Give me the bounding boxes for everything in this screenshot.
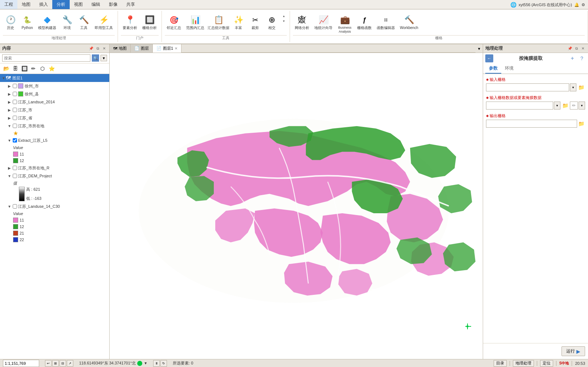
ribbon-btn-feature-analysis[interactable]: 📍 要素分析 <box>121 13 139 31</box>
search-options-btn[interactable]: ▼ <box>101 55 107 61</box>
layer-select-btn[interactable]: ⬡ <box>38 65 46 73</box>
search-input[interactable] <box>2 54 90 62</box>
layer-item-jiangsu-city-loc[interactable]: ▼ 江苏_市所在地 <box>6 122 109 130</box>
grid-view-btn[interactable]: ⊞ <box>52 360 59 367</box>
geo-tab-params[interactable]: 参数 <box>485 64 501 74</box>
checkbox-jiangsu-city-loc-r[interactable] <box>13 166 17 170</box>
geo-dropdown-input-mask[interactable]: ▼ <box>554 102 560 110</box>
layer-item-xuzhou-county[interactable]: ▶ 徐州_县 <box>6 90 109 98</box>
layer-database-btn[interactable]: 🗄 <box>11 65 19 73</box>
geo-tab-env[interactable]: 环境 <box>501 64 517 74</box>
expand-jiangsu-city-loc[interactable]: ▼ <box>7 124 12 128</box>
geo-pencil-dropdown-input-mask[interactable]: ▼ <box>579 102 585 110</box>
grid-btn[interactable]: ⊟ <box>60 360 66 367</box>
layer-item-jiangsu-city[interactable]: ▶ 江苏_市 <box>6 106 109 114</box>
geo-folder-input-mask[interactable]: 📁 <box>561 102 569 110</box>
geo-input-input-raster[interactable] <box>486 83 569 91</box>
menu-item-imagery[interactable]: 影像 <box>105 0 122 9</box>
layer-item-layer1[interactable]: ▼ 🗺 图层1 <box>0 74 109 82</box>
notification-icon[interactable]: 🔔 <box>574 3 579 7</box>
checkbox-xuzhou-city[interactable] <box>13 84 17 88</box>
ribbon-btn-model-builder[interactable]: 🔷 模型构建器 <box>36 13 58 31</box>
tab-layer1-close[interactable]: ✕ <box>175 46 177 50</box>
arrow-btn[interactable]: ↗ <box>67 360 73 367</box>
pause-btn[interactable]: ⏸ <box>153 360 160 367</box>
tab-layer1[interactable]: 📄 图层1 ✕ <box>153 44 181 53</box>
checkbox-jiangsu-landsue[interactable] <box>13 100 17 104</box>
expand-jiangsu-landuse14[interactable]: ▼ <box>7 204 12 209</box>
refresh-btn[interactable]: ↻ <box>160 360 167 367</box>
map-canvas[interactable] <box>110 53 483 359</box>
geo-back-button[interactable]: ← <box>485 54 493 62</box>
geo-help-button[interactable]: ? <box>578 54 586 62</box>
layer-item-jiangsu-city-loc-r[interactable]: ▶ 江苏_市所在地_R <box>6 164 109 172</box>
layer-item-jiangsu-landsue[interactable]: ▶ 江苏_Landsue_2014 <box>6 98 109 106</box>
locate-btn[interactable]: 定位 <box>540 360 553 367</box>
geo-input-input-mask[interactable] <box>486 102 553 110</box>
ribbon-btn-network-analysis[interactable]: 🕸 网络分析 <box>293 13 311 31</box>
right-panel-pin-btn[interactable]: 📌 <box>567 46 573 51</box>
menu-item-insert[interactable]: 插入 <box>35 0 52 9</box>
expand-jiangsu-city-loc-r[interactable]: ▶ <box>7 166 12 170</box>
coord-dropdown[interactable]: ▼ <box>144 361 147 365</box>
ribbon-btn-raster-functions[interactable]: ƒ 栅格函数 <box>355 13 373 31</box>
expand-layer1[interactable]: ▼ <box>1 76 6 80</box>
checkbox-extract-jiangsu[interactable] <box>13 138 17 143</box>
checkbox-jiangsu-city[interactable] <box>13 108 17 112</box>
ribbon-btn-raster-analysis[interactable]: 🔲 栅格分析 <box>140 13 159 31</box>
menu-item-share[interactable]: 共享 <box>122 0 139 9</box>
layer-edit-btn[interactable]: ✏ <box>29 65 37 73</box>
expand-xuzhou-county[interactable]: ▶ <box>7 92 12 96</box>
ribbon-btn-spatial-stats[interactable]: 📈 地统计向导 <box>313 13 334 31</box>
checkbox-jiangsu-city-loc[interactable] <box>13 124 17 128</box>
geo-pencil-input-mask[interactable]: ✏ <box>570 102 578 110</box>
geo-output-input[interactable] <box>486 120 577 128</box>
menu-item-edit[interactable]: 编辑 <box>87 0 105 9</box>
tab-map[interactable]: 🗺 地图 <box>110 44 131 53</box>
panel-float-btn[interactable]: ⧉ <box>95 46 101 51</box>
geo-folder-output-raster[interactable]: 📁 <box>578 120 585 128</box>
scale-input[interactable] <box>3 360 39 367</box>
tab-layer[interactable]: 📄 图层 <box>131 44 153 53</box>
geoprocessing-btn[interactable]: 地理处理 <box>513 360 534 367</box>
expand-jiangsu-city[interactable]: ▶ <box>7 108 12 112</box>
scroll-down-arrow[interactable]: ▼ <box>282 19 286 23</box>
checkbox-jiangsu-dem[interactable] <box>13 174 17 178</box>
ribbon-btn-clip[interactable]: ✂ 裁剪 <box>248 13 263 31</box>
geo-folder-input-raster[interactable]: 📁 <box>577 83 585 91</box>
ribbon-btn-instant-tools[interactable]: ⚡ 即用型工具 <box>93 13 115 31</box>
layer-item-jiangsu-province[interactable]: ▶ 江苏_省 <box>6 114 109 122</box>
user-name[interactable]: xyt556 (ArcGIS 在线试用中心) <box>519 2 572 8</box>
panel-pin-btn[interactable]: 📌 <box>88 46 94 51</box>
run-button[interactable]: 运行 ▶ <box>562 346 585 356</box>
checkbox-xuzhou-county[interactable] <box>13 92 17 96</box>
layer-item-extract-jiangsu[interactable]: ▼ Extract_江苏_L5 <box>6 136 109 144</box>
menu-item-project[interactable]: 工程 <box>0 0 17 9</box>
layer-item-xuzhou-city[interactable]: ▶ 徐州_市 <box>6 82 109 90</box>
layer-add-btn[interactable]: 📂 <box>2 65 10 73</box>
ribbon-btn-summarize-data[interactable]: 📋 汇总统计数据 <box>208 13 229 31</box>
expand-jiangsu-landsue[interactable]: ▶ <box>7 100 12 104</box>
ribbon-btn-python[interactable]: 🐍 Python <box>20 13 35 31</box>
expand-xuzhou-city[interactable]: ▶ <box>7 84 12 88</box>
menu-item-map[interactable]: 地图 <box>17 0 35 9</box>
catalog-btn[interactable]: 目录 <box>494 360 507 367</box>
expand-jiangsu-dem[interactable]: ▼ <box>7 174 12 178</box>
geo-add-button[interactable]: + <box>568 54 576 62</box>
ribbon-btn-env[interactable]: 🔧 环境 <box>60 13 75 31</box>
expand-jiangsu-province[interactable]: ▶ <box>7 116 12 120</box>
ribbon-btn-overlay[interactable]: ⊕ 相交 <box>264 13 279 31</box>
settings-icon[interactable]: ⚙ <box>581 3 585 7</box>
scroll-up-arrow[interactable]: ▲ <box>282 14 286 18</box>
menu-item-view[interactable]: 视图 <box>70 0 87 9</box>
tab-menu-btn[interactable]: ▼ <box>475 44 483 53</box>
checkbox-jiangsu-landuse14[interactable] <box>13 204 17 209</box>
layer-star-btn[interactable]: ⭐ <box>48 65 56 73</box>
rotate-left-btn[interactable]: ↩ <box>45 360 52 367</box>
ribbon-btn-proximity[interactable]: 🎯 邻近汇总 <box>165 13 183 31</box>
ribbon-btn-function-editor[interactable]: ⌗ 函数编辑器 <box>375 13 397 31</box>
geo-dropdown-input-raster[interactable]: ▼ <box>570 83 576 91</box>
search-button[interactable]: 🔍 <box>92 54 99 62</box>
layer-item-jiangsu-landuse14[interactable]: ▼ 江苏_Landuse_14_C30 <box>6 202 109 210</box>
menu-item-analysis[interactable]: 分析 <box>52 0 70 9</box>
